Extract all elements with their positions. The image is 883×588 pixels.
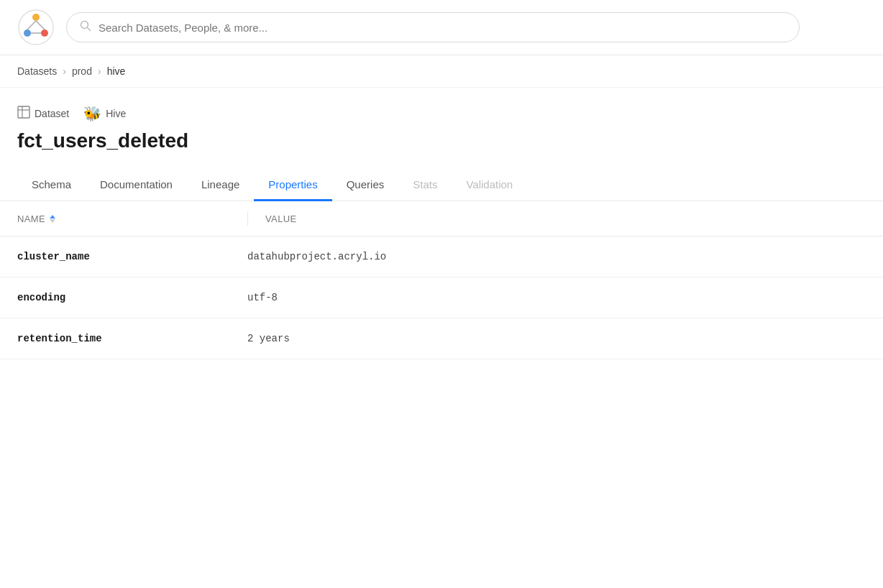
svg-point-2 bbox=[24, 29, 31, 37]
svg-rect-9 bbox=[18, 106, 29, 118]
breadcrumb-hive: hive bbox=[107, 65, 126, 77]
platform-label: Hive bbox=[106, 108, 126, 119]
search-bar[interactable] bbox=[66, 12, 800, 42]
tab-lineage[interactable]: Lineage bbox=[187, 170, 254, 201]
sort-up-icon bbox=[50, 215, 55, 219]
breadcrumb-prod[interactable]: prod bbox=[72, 65, 92, 77]
sort-down-icon bbox=[50, 219, 55, 223]
table-row: cluster_name datahubproject.acryl.io bbox=[0, 236, 883, 277]
tab-validation: Validation bbox=[452, 170, 527, 201]
svg-line-5 bbox=[36, 21, 45, 29]
row-name-retention: retention_time bbox=[17, 333, 247, 344]
breadcrumb: Datasets › prod › hive bbox=[0, 55, 883, 88]
search-icon bbox=[80, 20, 91, 35]
page-content: Dataset 🐝 Hive fct_users_deleted Schema … bbox=[0, 88, 883, 201]
svg-line-8 bbox=[88, 28, 91, 31]
svg-point-3 bbox=[41, 29, 48, 37]
logo[interactable] bbox=[17, 9, 55, 46]
properties-section: Name Value cluster_name datahubproject.a… bbox=[0, 201, 883, 359]
hive-icon: 🐝 bbox=[83, 105, 101, 122]
breadcrumb-datasets[interactable]: Datasets bbox=[17, 65, 57, 77]
tab-queries[interactable]: Queries bbox=[332, 170, 399, 201]
col-header-value: Value bbox=[265, 213, 866, 224]
row-name-cluster: cluster_name bbox=[17, 251, 247, 262]
search-input[interactable] bbox=[99, 22, 786, 34]
tab-schema[interactable]: Schema bbox=[17, 170, 86, 201]
row-value-encoding: utf-8 bbox=[247, 292, 866, 303]
col-header-name: Name bbox=[17, 213, 247, 224]
tab-stats: Stats bbox=[398, 170, 452, 201]
svg-point-1 bbox=[32, 14, 40, 21]
table-header: Name Value bbox=[0, 201, 883, 236]
platform-badge: 🐝 Hive bbox=[83, 105, 126, 122]
tabs-bar: Schema Documentation Lineage Properties … bbox=[0, 170, 883, 201]
table-row: encoding utf-8 bbox=[0, 277, 883, 318]
header bbox=[0, 0, 883, 55]
entity-meta: Dataset 🐝 Hive bbox=[17, 105, 866, 122]
entity-type: Dataset bbox=[17, 106, 69, 121]
row-value-cluster: datahubproject.acryl.io bbox=[247, 251, 866, 262]
col-divider bbox=[247, 211, 248, 226]
tab-documentation[interactable]: Documentation bbox=[86, 170, 187, 201]
tab-properties[interactable]: Properties bbox=[254, 170, 331, 201]
row-value-retention: 2 years bbox=[247, 333, 866, 344]
table-row: retention_time 2 years bbox=[0, 318, 883, 359]
page-title: fct_users_deleted bbox=[17, 129, 866, 152]
breadcrumb-sep-1: › bbox=[63, 65, 66, 77]
svg-line-4 bbox=[27, 21, 36, 29]
row-name-encoding: encoding bbox=[17, 292, 247, 303]
entity-type-label: Dataset bbox=[35, 108, 69, 119]
sort-icon[interactable] bbox=[50, 215, 55, 223]
name-col-label: Name bbox=[17, 213, 45, 224]
dataset-icon bbox=[17, 106, 30, 121]
breadcrumb-sep-2: › bbox=[98, 65, 101, 77]
